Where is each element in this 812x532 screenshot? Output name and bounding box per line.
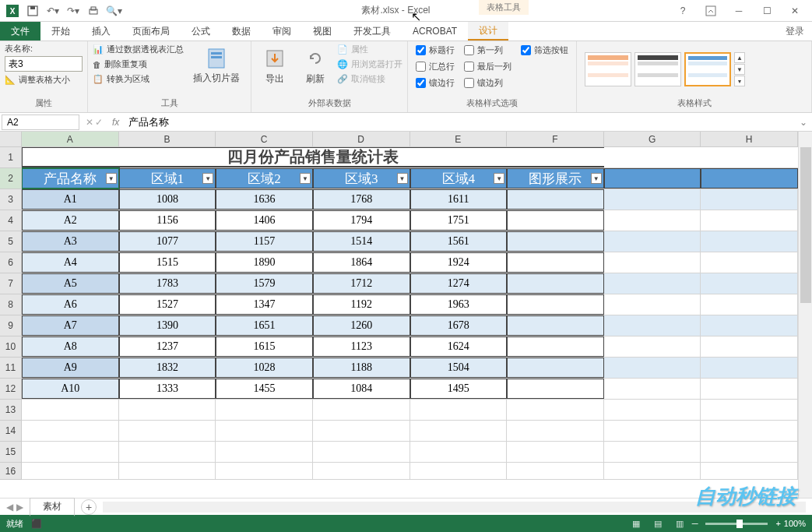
- empty-cell[interactable]: [701, 252, 798, 273]
- data-cell[interactable]: [507, 294, 604, 315]
- table-header-0[interactable]: 产品名称▼: [22, 168, 119, 188]
- close-icon[interactable]: ✕: [784, 3, 806, 19]
- tab-design[interactable]: 设计: [468, 22, 508, 41]
- data-cell[interactable]: [507, 231, 604, 252]
- data-cell[interactable]: [507, 315, 604, 336]
- style-down-icon[interactable]: ▼: [734, 64, 745, 75]
- empty-cell[interactable]: [410, 463, 508, 479]
- horizontal-scrollbar[interactable]: [103, 502, 806, 513]
- col-header-E[interactable]: E: [410, 132, 508, 147]
- data-cell[interactable]: A8: [22, 336, 119, 357]
- undo-icon[interactable]: ↶▾: [44, 2, 62, 20]
- empty-cell[interactable]: [604, 315, 701, 336]
- empty-cell[interactable]: [701, 315, 798, 336]
- table-style-2[interactable]: [634, 52, 681, 86]
- table-style-3[interactable]: [684, 52, 731, 86]
- table-header-4[interactable]: 区域4▼: [410, 168, 508, 188]
- data-cell[interactable]: 1515: [119, 252, 216, 273]
- expand-formula-icon[interactable]: ⌄: [795, 117, 812, 128]
- filter-button[interactable]: ▼: [300, 173, 311, 184]
- empty-cell[interactable]: [507, 421, 604, 441]
- empty-cell[interactable]: [313, 463, 410, 479]
- data-cell[interactable]: 1260: [313, 315, 410, 336]
- empty-cell[interactable]: [701, 379, 798, 399]
- quickprint-icon[interactable]: [84, 2, 103, 20]
- empty-cell[interactable]: [410, 400, 508, 420]
- data-cell[interactable]: 1077: [119, 231, 216, 252]
- empty-cell[interactable]: [410, 421, 508, 441]
- maximize-icon[interactable]: ☐: [756, 3, 778, 19]
- empty-cell[interactable]: [22, 442, 119, 462]
- empty-cell[interactable]: [604, 147, 701, 167]
- row-header-10[interactable]: 10: [0, 336, 22, 358]
- empty-cell[interactable]: [701, 400, 798, 420]
- empty-cell[interactable]: [216, 463, 313, 479]
- data-cell[interactable]: 1924: [410, 252, 508, 273]
- table-header-2[interactable]: 区域2▼: [216, 168, 313, 188]
- row-header-8[interactable]: 8: [0, 294, 22, 315]
- data-cell[interactable]: 1008: [119, 189, 216, 210]
- data-cell[interactable]: A6: [22, 294, 119, 315]
- data-cell[interactable]: 1832: [119, 358, 216, 378]
- empty-cell[interactable]: [701, 231, 798, 252]
- tab-dev[interactable]: 开发工具: [343, 22, 402, 41]
- empty-cell[interactable]: [604, 358, 701, 378]
- data-cell[interactable]: 1615: [216, 336, 313, 357]
- empty-cell[interactable]: [701, 336, 798, 357]
- empty-cell[interactable]: [604, 379, 701, 399]
- row-header-1[interactable]: 1: [0, 147, 22, 168]
- row-header-12[interactable]: 12: [0, 379, 22, 400]
- check-header-row[interactable]: 标题行: [413, 43, 458, 58]
- col-header-H[interactable]: H: [701, 132, 798, 147]
- data-cell[interactable]: 1651: [216, 315, 313, 336]
- data-cell[interactable]: [507, 252, 604, 273]
- data-cell[interactable]: A3: [22, 231, 119, 252]
- data-cell[interactable]: 1347: [216, 294, 313, 315]
- data-cell[interactable]: 1274: [410, 273, 508, 294]
- check-first-col[interactable]: 第一列: [461, 43, 515, 58]
- table-title[interactable]: 四月份产品销售量统计表: [22, 147, 604, 167]
- tab-view[interactable]: 视图: [302, 22, 343, 41]
- data-cell[interactable]: 1864: [313, 252, 410, 273]
- row-header-14[interactable]: 14: [0, 421, 22, 442]
- data-cell[interactable]: A7: [22, 315, 119, 336]
- data-cell[interactable]: 1527: [119, 294, 216, 315]
- check-total-row[interactable]: 汇总行: [413, 59, 458, 74]
- empty-cell[interactable]: [313, 442, 410, 462]
- row-header-15[interactable]: 15: [0, 442, 22, 463]
- refresh-button[interactable]: 刷新: [297, 43, 334, 96]
- data-cell[interactable]: 1794: [313, 210, 410, 231]
- ribbon-options-icon[interactable]: [700, 3, 722, 19]
- insert-slicer-button[interactable]: 插入切片器: [187, 43, 246, 96]
- pivot-summary-button[interactable]: 📊 通过数据透视表汇总: [93, 43, 184, 56]
- data-cell[interactable]: [507, 336, 604, 357]
- row-header-11[interactable]: 11: [0, 358, 22, 379]
- filter-button[interactable]: ▼: [397, 173, 408, 184]
- style-more-icon[interactable]: ▾: [734, 76, 745, 86]
- data-cell[interactable]: [507, 210, 604, 231]
- data-cell[interactable]: 1188: [313, 358, 410, 378]
- empty-cell[interactable]: [507, 463, 604, 479]
- zoom-level[interactable]: 100%: [784, 519, 806, 528]
- empty-cell[interactable]: [604, 273, 701, 294]
- data-cell[interactable]: 1084: [313, 379, 410, 399]
- empty-cell[interactable]: [701, 147, 798, 167]
- data-cell[interactable]: [507, 189, 604, 210]
- zoom-slider[interactable]: [705, 523, 768, 525]
- tab-insert[interactable]: 插入: [81, 22, 121, 41]
- empty-cell[interactable]: [604, 463, 701, 479]
- empty-cell[interactable]: [604, 294, 701, 315]
- empty-cell[interactable]: [604, 231, 701, 252]
- tab-acrobat[interactable]: ACROBAT: [402, 22, 468, 41]
- empty-cell[interactable]: [604, 400, 701, 420]
- formula-input[interactable]: [124, 115, 795, 129]
- filter-button[interactable]: ▼: [202, 173, 213, 184]
- empty-cell[interactable]: [701, 442, 798, 462]
- tab-home[interactable]: 开始: [40, 22, 81, 41]
- select-all-corner[interactable]: [0, 132, 22, 147]
- data-cell[interactable]: 1579: [216, 273, 313, 294]
- data-cell[interactable]: 1561: [410, 231, 508, 252]
- empty-cell[interactable]: [604, 210, 701, 231]
- macro-record-icon[interactable]: ⬛: [31, 519, 42, 529]
- empty-cell[interactable]: [701, 421, 798, 441]
